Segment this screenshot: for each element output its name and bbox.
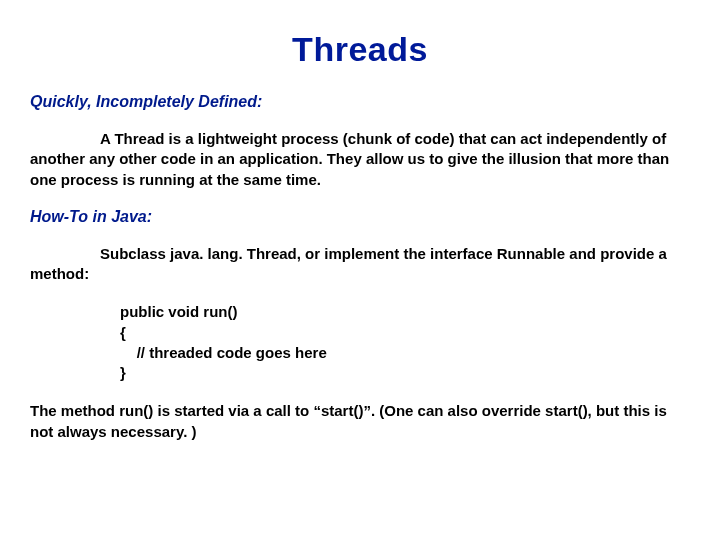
code-snippet: public void run() { // threaded code goe… xyxy=(120,302,690,383)
section-heading-definition: Quickly, Incompletely Defined: xyxy=(30,93,690,111)
howto-body: Subclass java. lang. Thread, or implemen… xyxy=(30,244,690,285)
slide: Threads Quickly, Incompletely Defined: A… xyxy=(0,0,720,540)
howto-footer: The method run() is started via a call t… xyxy=(30,401,690,442)
section-heading-howto: How-To in Java: xyxy=(30,208,690,226)
definition-body: A Thread is a lightweight process (chunk… xyxy=(30,129,690,190)
slide-title: Threads xyxy=(30,30,690,69)
